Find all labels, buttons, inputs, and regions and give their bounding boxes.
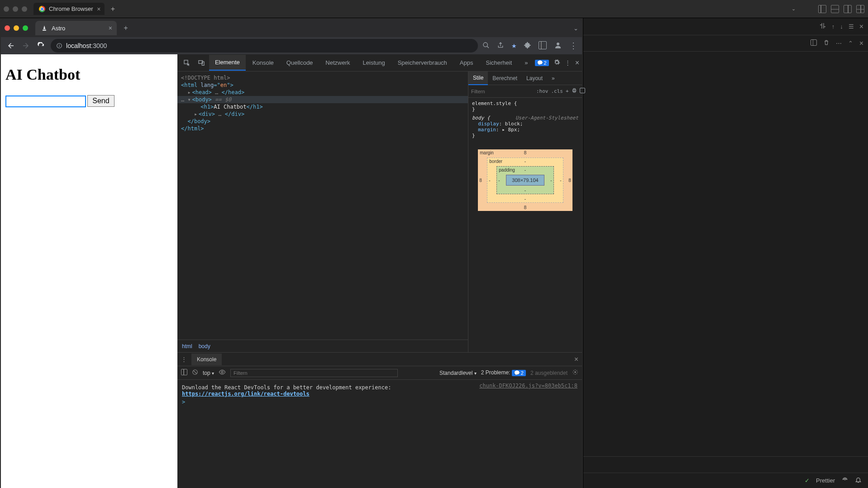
arrow-down-icon[interactable]: ↓ [840,23,843,30]
layout-grid-icon[interactable] [856,5,864,13]
outer-traffic-lights [4,6,27,12]
reload-button[interactable] [36,40,46,51]
issues-badge[interactable]: 2 [535,60,549,66]
svg-point-5 [557,43,559,45]
hidden-count[interactable]: 2 ausgeblendet [530,370,568,376]
log-level-selector[interactable]: Standardlevel ▾ [439,370,477,376]
styles-tab-stile[interactable]: Stile [468,72,488,85]
clear-console-icon[interactable] [192,369,198,377]
console-sidebar-icon[interactable] [181,369,187,377]
new-style-rule-icon[interactable]: + [566,88,569,94]
svg-point-3 [483,43,487,47]
more-horiz-icon[interactable]: ⋯ [836,40,842,47]
devtools-panel: Elemente Konsole Quellcode Netzwerk Leis… [177,54,582,488]
context-selector[interactable]: top ▾ [203,370,214,376]
breadcrumb-html[interactable]: html [182,343,192,349]
close-icon[interactable]: × [575,59,579,67]
gear-icon[interactable] [572,369,578,377]
layout-split-horizontal-icon[interactable] [831,5,839,13]
window-close-icon[interactable] [5,25,10,31]
device-toolbar-icon[interactable] [195,56,208,70]
styles-tab-computed[interactable]: Berechnet [488,72,522,85]
svg-line-13 [194,371,197,374]
console-filter-input[interactable] [230,369,398,377]
devtools-tab-console[interactable]: Konsole [247,55,280,70]
back-button[interactable] [5,40,16,51]
console-output[interactable]: chunk-DFKOJ226.js?v=803eb5c1:8 Download … [177,380,582,488]
send-button[interactable]: Send [87,95,114,107]
outer-tab-chrome[interactable]: Chrome Browser × [33,3,105,15]
outer-new-tab-button[interactable]: + [107,3,119,15]
cls-toggle[interactable]: .cls [551,88,563,94]
compare-icon[interactable] [819,22,826,31]
forward-button[interactable] [20,40,31,51]
hov-toggle[interactable]: :hov [536,88,548,94]
chat-input[interactable] [5,96,86,107]
styles-tab-more[interactable]: » [547,72,559,85]
disclosure-triangle-icon[interactable]: ▸ [187,89,192,96]
svg-rect-1 [59,45,59,47]
disclosure-triangle-icon[interactable]: ▸ [194,111,199,117]
side-panel-icon[interactable] [539,41,547,51]
devtools-tab-memory[interactable]: Speicherverbrauch [392,55,453,70]
close-icon[interactable]: × [109,24,112,32]
extensions-icon[interactable] [524,42,531,50]
bookmark-star-icon[interactable]: ★ [511,43,517,49]
arrow-up-icon[interactable]: ↑ [832,23,835,30]
kebab-menu-icon[interactable]: ⋮ [181,356,187,363]
devtools-tab-performance[interactable]: Leistung [357,55,391,70]
chrome-tab-astro[interactable]: Astro × [35,21,117,35]
chevron-down-icon: ▾ [474,371,477,376]
styles-filter-bar: :hov .cls + [468,85,582,98]
address-bar[interactable]: localhost:3000 [51,39,478,53]
elements-dom-tree[interactable]: <!DOCTYPE html> <html lang="en"> ▸<head>… [177,72,468,340]
layout-panel-left-icon[interactable] [818,5,826,13]
chevron-down-icon[interactable]: ⌄ [792,6,796,12]
close-icon[interactable]: × [574,355,578,364]
zoom-icon[interactable] [482,42,490,50]
chevron-down-icon[interactable]: ⌄ [573,25,578,32]
devtools-tab-network[interactable]: Netzwerk [320,55,356,70]
layout-split-vertical-icon[interactable] [844,5,852,13]
devtools-tab-sources[interactable]: Quellcode [281,55,319,70]
chrome-new-tab-button[interactable]: + [119,22,132,34]
list-icon[interactable]: ☰ [849,23,854,30]
url-text: localhost:3000 [66,42,107,49]
panel-toggle-icon[interactable] [811,39,817,47]
close-icon[interactable]: × [97,5,100,13]
styles-tab-layout[interactable]: Layout [522,72,547,85]
devtools-tabs-more[interactable]: » [519,55,534,70]
breadcrumb-body[interactable]: body [199,343,210,349]
trash-icon[interactable] [823,39,830,47]
inspect-element-icon[interactable] [180,56,194,70]
styles-filter-input[interactable] [471,89,534,94]
problems-summary[interactable]: 2 Probleme: 2 [481,369,526,376]
eye-icon[interactable] [219,368,226,377]
broadcast-icon[interactable] [841,476,849,485]
kebab-menu-icon[interactable]: ⋮ [565,59,571,66]
external-link[interactable]: https://reactjs.org/link/react-devtools [182,391,310,397]
check-icon: ✓ [805,477,810,484]
devtools-tab-apps[interactable]: Apps [454,55,479,70]
console-prompt-icon: > [182,399,185,405]
chevron-up-icon[interactable]: ⌃ [848,40,853,47]
profile-icon[interactable] [554,41,562,51]
disclosure-triangle-icon[interactable]: ▾ [187,96,192,103]
devtools-tab-elements[interactable]: Elemente [209,55,246,71]
console-drawer: ⋮ Konsole × top ▾ Sta [177,352,582,488]
share-icon[interactable] [497,42,504,50]
prettier-status[interactable]: Prettier [816,477,835,484]
close-icon[interactable]: × [859,23,863,31]
devtools-tab-security[interactable]: Sicherheit [480,55,518,70]
window-minimize-icon[interactable] [14,25,19,31]
bell-icon[interactable] [855,477,862,485]
kebab-menu-icon[interactable]: ⋮ [569,41,577,51]
style-rules[interactable]: element.style { } body {User-Agent-Style… [468,98,582,141]
window-zoom-icon[interactable] [23,25,28,31]
print-icon[interactable] [572,88,577,95]
chevron-down-icon: ▾ [212,371,214,376]
gear-icon[interactable] [553,59,560,67]
console-drawer-tab[interactable]: Konsole [191,354,222,365]
close-icon[interactable]: × [859,39,863,48]
source-link[interactable]: chunk-DFKOJ226.js?v=803eb5c1:8 [479,383,577,389]
